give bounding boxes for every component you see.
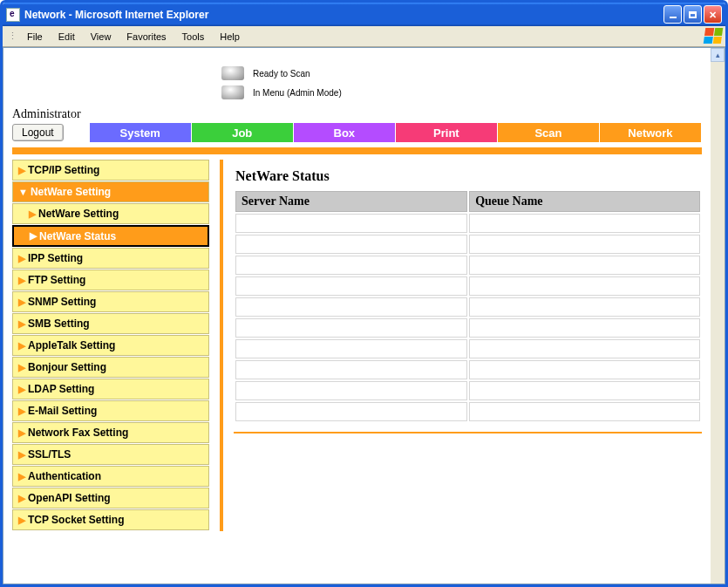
table-row	[235, 297, 700, 317]
main-panel: NetWare Status Server Name Queue Name	[234, 160, 702, 433]
table-row	[235, 318, 700, 338]
sidebar-item-smb-setting[interactable]: ▶SMB Setting	[12, 313, 209, 334]
chevron-down-icon: ▼	[18, 187, 28, 197]
sidebar-item-label: NetWare Setting	[31, 186, 111, 198]
sidebar-item-appletalk-setting[interactable]: ▶AppleTalk Setting	[12, 335, 209, 356]
minimize-button[interactable]	[663, 5, 682, 24]
sidebar-item-tcp-ip-setting[interactable]: ▶TCP/IP Setting	[12, 160, 209, 181]
page-content: Ready to Scan In Menu (Admin Mode) Admin…	[3, 48, 711, 584]
settings-sidebar: ▶TCP/IP Setting▼NetWare Setting▶NetWare …	[12, 160, 209, 531]
logout-button[interactable]: Logout	[12, 124, 64, 141]
chevron-right-icon: ▶	[18, 384, 25, 395]
menu-favorites[interactable]: Favorites	[119, 29, 173, 44]
chevron-right-icon: ▶	[18, 515, 25, 526]
window-controls	[663, 5, 722, 24]
sidebar-item-snmp-setting[interactable]: ▶SNMP Setting	[12, 291, 209, 312]
chevron-right-icon: ▶	[30, 230, 37, 242]
status-row-menu: In Menu (Admin Mode)	[221, 83, 702, 102]
tab-scan[interactable]: Scan	[498, 123, 600, 142]
chevron-right-icon: ▶	[18, 406, 25, 417]
menu-bar: ⋮ File Edit View Favorites Tools Help	[3, 26, 725, 47]
cell-queue-name	[469, 256, 700, 275]
scroll-up-button[interactable]	[711, 48, 725, 62]
chevron-right-icon: ▶	[18, 493, 25, 504]
sidebar-item-label: Bonjour Setting	[28, 361, 106, 373]
sidebar-item-label: SSL/TLS	[28, 448, 71, 461]
cell-queue-name	[469, 214, 700, 233]
cell-queue-name	[469, 318, 700, 338]
sidebar-item-label: TCP/IP Setting	[28, 164, 99, 176]
tab-job[interactable]: Job	[192, 123, 294, 142]
sidebar-item-label: FTP Setting	[28, 274, 85, 286]
sidebar-item-ftp-setting[interactable]: ▶FTP Setting	[12, 270, 209, 290]
cell-server-name	[235, 214, 467, 233]
sidebar-item-tcp-socket-setting[interactable]: ▶TCP Socket Setting	[12, 509, 209, 530]
chevron-right-icon: ▶	[18, 275, 25, 286]
cell-server-name	[235, 360, 467, 379]
sidebar-item-bonjour-setting[interactable]: ▶Bonjour Setting	[12, 357, 209, 378]
sidebar-item-label: IPP Setting	[28, 252, 83, 264]
sidebar-item-ssl-tls[interactable]: ▶SSL/TLS	[12, 444, 209, 465]
chevron-right-icon: ▶	[18, 253, 25, 264]
chevron-right-icon: ▶	[18, 318, 25, 330]
scrollbar-track[interactable]	[711, 48, 725, 584]
col-queue-name: Queue Name	[469, 191, 700, 212]
sidebar-item-network-fax-setting[interactable]: ▶Network Fax Setting	[12, 422, 209, 443]
vertical-divider	[220, 160, 223, 531]
tab-system[interactable]: System	[90, 123, 192, 142]
menu-help[interactable]: Help	[212, 29, 248, 44]
chevron-right-icon: ▶	[18, 362, 25, 373]
menu-view[interactable]: View	[83, 29, 119, 44]
table-row	[235, 235, 700, 254]
maximize-button[interactable]	[684, 5, 702, 24]
cell-queue-name	[469, 402, 700, 421]
window-title: Network - Microsoft Internet Explorer	[24, 9, 663, 21]
chevron-right-icon: ▶	[18, 471, 25, 482]
sidebar-item-authentication[interactable]: ▶Authentication	[12, 466, 209, 487]
sidebar-item-label: SNMP Setting	[28, 296, 96, 308]
sidebar-item-netware-setting[interactable]: ▼NetWare Setting	[12, 181, 209, 202]
cell-queue-name	[469, 339, 700, 358]
chevron-right-icon: ▶	[18, 165, 25, 176]
sidebar-item-netware-setting[interactable]: ▶NetWare Setting	[12, 203, 209, 224]
cell-queue-name	[469, 381, 700, 400]
cell-server-name	[235, 402, 467, 421]
netware-status-table: Server Name Queue Name	[234, 189, 702, 423]
cell-server-name	[235, 235, 467, 254]
sidebar-item-ipp-setting[interactable]: ▶IPP Setting	[12, 248, 209, 269]
device-status-block: Ready to Scan In Menu (Admin Mode)	[221, 64, 702, 102]
sidebar-item-label: Authentication	[28, 470, 101, 482]
table-row	[235, 402, 700, 421]
sidebar-item-openapi-setting[interactable]: ▶OpenAPI Setting	[12, 488, 209, 509]
status-row-ready: Ready to Scan	[221, 64, 702, 83]
printer-icon	[221, 85, 244, 99]
sidebar-item-ldap-setting[interactable]: ▶LDAP Setting	[12, 379, 209, 399]
title-bar: Network - Microsoft Internet Explorer	[3, 3, 725, 26]
menu-file[interactable]: File	[19, 29, 51, 44]
tab-box[interactable]: Box	[294, 123, 396, 142]
table-row	[235, 339, 700, 358]
toolbar-grip-icon: ⋮	[8, 31, 16, 42]
cell-server-name	[235, 339, 467, 358]
panel-separator	[234, 432, 702, 433]
sidebar-item-label: SMB Setting	[28, 317, 90, 330]
menu-tools[interactable]: Tools	[174, 29, 213, 44]
tab-network[interactable]: Network	[600, 123, 702, 142]
panel-title: NetWare Status	[235, 168, 702, 184]
table-row	[235, 360, 700, 379]
cell-server-name	[235, 381, 467, 400]
table-row	[235, 381, 700, 400]
chevron-right-icon: ▶	[18, 427, 25, 439]
tab-print[interactable]: Print	[396, 123, 498, 142]
sidebar-item-label: NetWare Status	[39, 230, 116, 242]
cell-queue-name	[469, 297, 700, 317]
sidebar-item-label: Network Fax Setting	[28, 427, 128, 439]
table-row	[235, 276, 700, 296]
sidebar-item-netware-status[interactable]: ▶NetWare Status	[12, 225, 209, 247]
close-button[interactable]	[704, 5, 722, 24]
col-server-name: Server Name	[235, 191, 467, 212]
menu-edit[interactable]: Edit	[51, 29, 83, 44]
sidebar-item-e-mail-setting[interactable]: ▶E-Mail Setting	[12, 400, 209, 421]
sidebar-item-label: OpenAPI Setting	[28, 492, 111, 504]
browser-viewport: Ready to Scan In Menu (Admin Mode) Admin…	[3, 47, 725, 584]
